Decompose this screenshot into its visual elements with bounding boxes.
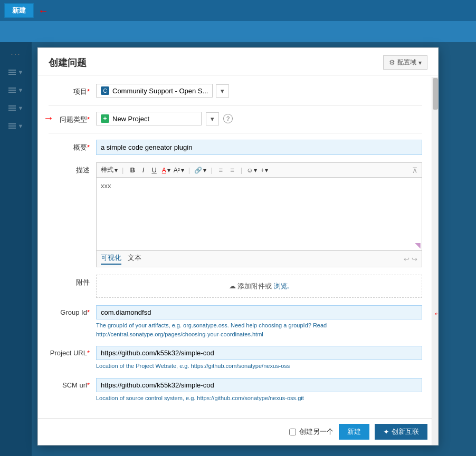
project-icon: C — [101, 86, 109, 95]
italic-button[interactable]: I — [140, 165, 147, 175]
color-dropdown[interactable]: A ▾ — [162, 167, 170, 174]
divider-1 — [49, 105, 422, 105]
scm-url-input[interactable] — [96, 378, 422, 392]
create-another-label: 创建另一个 — [299, 427, 334, 436]
issue-type-value: New Project — [112, 115, 149, 123]
create-another-checkbox[interactable] — [289, 429, 296, 435]
group-id-label: Group Id* — [49, 305, 96, 316]
group-id-row: Group Id* ← The groupId of your artifact… — [49, 305, 422, 338]
resize-handle[interactable]: ◥ — [415, 241, 421, 249]
group-id-hint: The groupId of your artifacts, e.g. org.… — [96, 321, 422, 338]
link-chevron: ▾ — [203, 167, 206, 174]
red-arrow-issue-type: ← — [43, 113, 54, 125]
upload-text: 添加附件或 — [237, 282, 272, 290]
brand-label: 创新互联 — [392, 427, 419, 436]
unordered-list-button[interactable]: ≡ — [217, 165, 225, 175]
modal-title: 创建问题 — [49, 56, 87, 69]
emoji-dropdown[interactable]: ☺ ▾ — [246, 167, 257, 174]
style-chevron: ▾ — [115, 167, 118, 174]
attachment-dropzone[interactable]: ☁ 添加附件或 浏览. — [96, 275, 422, 298]
summary-label: 概要* — [49, 140, 96, 152]
gear-icon: ⚙ — [389, 59, 395, 66]
underline-button[interactable]: U — [149, 165, 158, 175]
more-dropdown[interactable]: + ▾ — [260, 167, 268, 174]
ordered-list-button[interactable]: ≡ — [228, 165, 236, 175]
modal-body: 项目* C Community Support - Open S... ▾ ← — [38, 75, 438, 418]
emoji-chevron: ▾ — [254, 167, 257, 174]
help-icon[interactable]: ? — [223, 114, 233, 123]
font-size-chevron: ▾ — [181, 167, 184, 174]
background-area: ··· ▼ ▼ ▼ ▼ — [0, 21, 476, 456]
browse-link[interactable]: 浏览. — [274, 282, 290, 290]
project-label: 项目* — [49, 84, 96, 96]
description-content[interactable]: xxx ◥ — [96, 177, 422, 251]
description-row: 描述 样式 ▾ | B I U — [49, 162, 422, 267]
config-domain-button[interactable]: ⚙ 配置域 ▾ — [383, 55, 427, 70]
summary-field — [96, 140, 422, 155]
color-label: A — [162, 167, 166, 174]
style-dropdown[interactable]: 样式 ▾ — [101, 166, 118, 174]
scm-url-field: Location of source control system, e.g. … — [96, 378, 422, 403]
undo-redo: ↩ ↪ — [404, 255, 417, 263]
summary-row: 概要* — [49, 140, 422, 155]
cloud-upload-icon: ☁ — [229, 282, 238, 290]
collapse-icon[interactable]: ⊼ — [412, 166, 417, 174]
issue-type-row: ← 问题类型* + New Project ▾ ? — [49, 112, 422, 125]
create-another-checkbox-label[interactable]: 创建另一个 — [289, 427, 334, 436]
project-url-hint: Location of the Project Website, e.g. ht… — [96, 362, 422, 371]
project-select-arrow[interactable]: ▾ — [216, 84, 229, 98]
attachment-row: 附件 ☁ 添加附件或 浏览. — [49, 275, 422, 298]
project-url-input[interactable] — [96, 346, 422, 360]
tab-visual[interactable]: 可视化 — [101, 253, 121, 265]
create-issue-modal: 创建问题 ⚙ 配置域 ▾ 项目* — [37, 47, 439, 445]
description-label: 描述 — [49, 162, 96, 175]
issue-type-select-arrow[interactable]: ▾ — [206, 112, 219, 125]
attachment-label: 附件 — [49, 275, 96, 287]
color-chevron: ▾ — [167, 167, 170, 174]
scm-url-row: SCM url* Location of source control syst… — [49, 378, 422, 403]
issue-type-label: 问题类型* — [49, 112, 96, 124]
scrollbar[interactable] — [432, 77, 438, 445]
description-footer: 可视化 文本 ↩ ↪ — [96, 251, 422, 267]
scm-url-label: SCM url* — [49, 378, 96, 389]
description-text: xxx — [101, 182, 111, 190]
modal-header: 创建问题 ⚙ 配置域 ▾ — [38, 48, 438, 75]
font-size-dropdown[interactable]: A² ▾ — [174, 167, 184, 174]
redo-button[interactable]: ↪ — [412, 255, 417, 263]
red-arrow-group-id: ← — [433, 307, 438, 319]
divider-2 — [49, 133, 422, 133]
project-select[interactable]: C Community Support - Open S... — [96, 84, 213, 98]
link-dropdown[interactable]: 🔗 ▾ — [194, 167, 206, 174]
project-field: C Community Support - Open S... ▾ — [96, 84, 422, 98]
arrow-indicator: ← — [38, 5, 49, 17]
bold-button[interactable]: B — [128, 165, 137, 175]
more-chevron: ▾ — [265, 167, 268, 174]
new-button[interactable]: 新建 — [4, 3, 34, 18]
modal-overlay: 创建问题 ⚙ 配置域 ▾ 项目* — [0, 42, 476, 456]
group-id-input[interactable] — [96, 305, 422, 319]
brand-icon: ✦ — [383, 428, 389, 436]
group-id-field: ← The groupId of your artifacts, e.g. or… — [96, 305, 422, 338]
project-value: Community Support - Open S... — [112, 87, 208, 95]
footer-new-button[interactable]: 新建 — [339, 424, 369, 440]
new-project-icon: + — [101, 114, 109, 123]
scroll-thumb[interactable] — [433, 78, 438, 110]
project-url-label: Project URL* — [49, 346, 96, 357]
description-field: 样式 ▾ | B I U A ▾ A² — [96, 162, 422, 267]
tab-text[interactable]: 文本 — [128, 253, 141, 265]
emoji-icon: ☺ — [246, 167, 253, 174]
modal-footer: 创建另一个 新建 ✦ 创新互联 — [38, 418, 438, 445]
attachment-field: ☁ 添加附件或 浏览. — [96, 275, 422, 298]
undo-button[interactable]: ↩ — [404, 255, 410, 263]
description-tabs: 可视化 文本 — [101, 253, 141, 265]
summary-input[interactable] — [96, 140, 422, 155]
project-url-field: Location of the Project Website, e.g. ht… — [96, 346, 422, 371]
footer-brand-button[interactable]: ✦ 创新互联 — [375, 424, 427, 440]
issue-type-select[interactable]: + New Project — [96, 112, 202, 125]
font-size-label: A² — [174, 167, 180, 174]
top-bar: 新建 ← — [0, 0, 476, 21]
link-icon: 🔗 — [194, 167, 202, 174]
project-row: 项目* C Community Support - Open S... ▾ — [49, 84, 422, 98]
config-btn-label: 配置域 — [397, 58, 416, 67]
more-label: + — [260, 167, 264, 174]
